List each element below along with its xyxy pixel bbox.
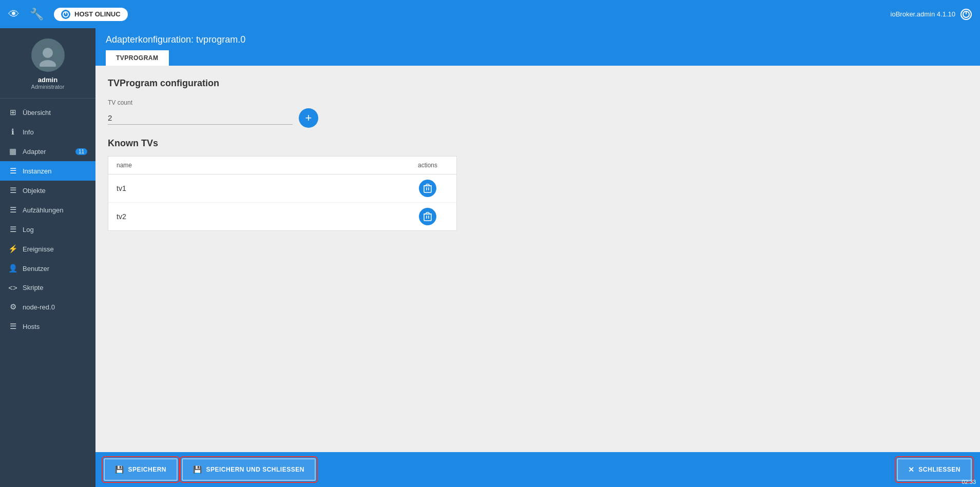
- page-title: Adapterkonfiguration: tvprogram.0: [106, 34, 970, 45]
- bottom-bar: 💾 SPEICHERN 💾 SPEICHERN UND SCHLIESSEN ✕…: [95, 452, 980, 487]
- svg-point-4: [43, 48, 53, 58]
- sidebar-label-aufzaehlungen: Aufzählungen: [23, 206, 64, 214]
- sidebar-nav: ⊞ÜbersichtℹInfo▦Adapter11☰Instanzen☰Obje…: [0, 99, 95, 487]
- sidebar-item-info[interactable]: ℹInfo: [0, 122, 95, 142]
- svg-rect-3: [966, 11, 967, 14]
- tv-count-group: TV count +: [108, 99, 968, 128]
- sidebar-label-log: Log: [23, 226, 34, 233]
- tv-actions: [407, 208, 448, 225]
- known-tvs-title: Known TVs: [108, 138, 968, 149]
- user-name: admin: [38, 76, 57, 84]
- section-title: TVProgram configuration: [108, 78, 968, 89]
- svg-point-5: [40, 60, 56, 67]
- wrench-icon[interactable]: 🔧: [30, 8, 44, 21]
- svg-rect-10: [424, 214, 431, 221]
- page-tabs: TVPROGRAM: [106, 50, 970, 66]
- tv-name: tv2: [117, 212, 407, 221]
- sidebar-item-aufzaehlungen[interactable]: ☰Aufzählungen: [0, 200, 95, 220]
- sidebar-label-uebersicht: Übersicht: [23, 109, 51, 116]
- sidebar-item-uebersicht[interactable]: ⊞Übersicht: [0, 103, 95, 122]
- eye-icon[interactable]: 👁: [8, 8, 20, 21]
- sidebar-item-adapter[interactable]: ▦Adapter11: [0, 142, 95, 161]
- sidebar-item-hosts[interactable]: ☰Hosts: [0, 317, 95, 336]
- add-tv-button[interactable]: +: [299, 108, 318, 128]
- sidebar-user: admin Administrator: [0, 28, 95, 99]
- tv-name: tv1: [117, 184, 407, 192]
- sidebar-icon-log: ☰: [8, 225, 17, 234]
- tv-count-row: +: [108, 108, 968, 128]
- avatar: [31, 38, 65, 72]
- sidebar-label-skripte: Skripte: [23, 284, 43, 291]
- page-content: TVProgram configuration TV count + Known…: [95, 66, 980, 452]
- power-icon[interactable]: [960, 9, 972, 20]
- sidebar-icon-info: ℹ: [8, 127, 17, 137]
- sidebar-label-hosts: Hosts: [23, 323, 40, 330]
- svg-rect-1: [65, 12, 66, 14]
- sidebar-icon-aufzaehlungen: ☰: [8, 205, 17, 215]
- tv-count-input[interactable]: [108, 111, 293, 125]
- content-area: Adapterkonfiguration: tvprogram.0 TVPROG…: [95, 28, 980, 487]
- save-label: SPEICHERN: [128, 466, 167, 473]
- user-role: Administrator: [31, 84, 65, 90]
- host-badge-dot: [61, 10, 70, 19]
- sidebar-item-skripte[interactable]: <>Skripte: [0, 278, 95, 297]
- save-close-icon: 💾: [193, 465, 202, 474]
- table-row: tv1: [108, 174, 456, 203]
- sidebar-item-log[interactable]: ☰Log: [0, 220, 95, 239]
- bottom-time: 02:33: [962, 479, 976, 485]
- tv-count-label: TV count: [108, 99, 968, 106]
- sidebar-badge-adapter: 11: [75, 148, 87, 155]
- tab-tvprogram[interactable]: TVPROGRAM: [106, 50, 169, 66]
- save-close-button[interactable]: 💾 SPEICHERN UND SCHLIESSEN: [182, 458, 316, 481]
- table-row: tv2: [108, 203, 456, 230]
- col-header-actions: actions: [407, 162, 448, 169]
- close-label: SCHLIESSEN: [918, 466, 960, 473]
- save-close-label: SPEICHERN UND SCHLIESSEN: [206, 466, 304, 473]
- top-bar-right: ioBroker.admin 4.1.10: [891, 9, 972, 20]
- delete-tv-button[interactable]: [419, 180, 436, 197]
- sidebar: admin Administrator ⊞ÜbersichtℹInfo▦Adap…: [0, 28, 95, 487]
- sidebar-label-ereignisse: Ereignisse: [23, 245, 54, 253]
- sidebar-item-instanzen[interactable]: ☰Instanzen: [0, 161, 95, 181]
- host-badge[interactable]: HOST OLINUC: [54, 8, 128, 21]
- sidebar-icon-uebersicht: ⊞: [8, 108, 17, 117]
- host-label: HOST OLINUC: [74, 10, 121, 18]
- sidebar-label-objekte: Objekte: [23, 187, 46, 194]
- sidebar-icon-objekte: ☰: [8, 186, 17, 195]
- sidebar-icon-benutzer: 👤: [8, 264, 17, 273]
- tv-table-header: name actions: [108, 157, 456, 174]
- svg-rect-6: [424, 186, 431, 192]
- sidebar-label-instanzen: Instanzen: [23, 167, 51, 175]
- top-bar: 👁 🔧 HOST OLINUC ioBroker.admin 4.1.10: [0, 0, 980, 28]
- main-layout: admin Administrator ⊞ÜbersichtℹInfo▦Adap…: [0, 28, 980, 487]
- sidebar-item-node-red[interactable]: ⚙node-red.0: [0, 297, 95, 317]
- save-button[interactable]: 💾 SPEICHERN: [104, 458, 178, 481]
- sidebar-icon-ereignisse: ⚡: [8, 244, 17, 254]
- page-header: Adapterkonfiguration: tvprogram.0 TVPROG…: [95, 28, 980, 66]
- col-header-name: name: [117, 162, 407, 169]
- close-icon: ✕: [908, 465, 915, 474]
- admin-version: ioBroker.admin 4.1.10: [891, 10, 955, 18]
- sidebar-icon-adapter: ▦: [8, 147, 17, 156]
- sidebar-label-node-red: node-red.0: [23, 303, 55, 311]
- sidebar-label-adapter: Adapter: [23, 148, 46, 155]
- tv-table: name actions tv1tv2: [108, 156, 457, 231]
- sidebar-icon-node-red: ⚙: [8, 302, 17, 311]
- sidebar-label-info: Info: [23, 128, 34, 136]
- tv-actions: [407, 180, 448, 197]
- delete-tv-button[interactable]: [419, 208, 436, 225]
- sidebar-icon-instanzen: ☰: [8, 166, 17, 176]
- sidebar-icon-skripte: <>: [8, 283, 17, 292]
- sidebar-item-benutzer[interactable]: 👤Benutzer: [0, 259, 95, 278]
- sidebar-item-ereignisse[interactable]: ⚡Ereignisse: [0, 239, 95, 259]
- sidebar-item-objekte[interactable]: ☰Objekte: [0, 181, 95, 200]
- sidebar-label-benutzer: Benutzer: [23, 265, 49, 272]
- sidebar-icon-hosts: ☰: [8, 322, 17, 331]
- close-button[interactable]: ✕ SCHLIESSEN: [897, 458, 972, 481]
- save-icon: 💾: [115, 465, 124, 474]
